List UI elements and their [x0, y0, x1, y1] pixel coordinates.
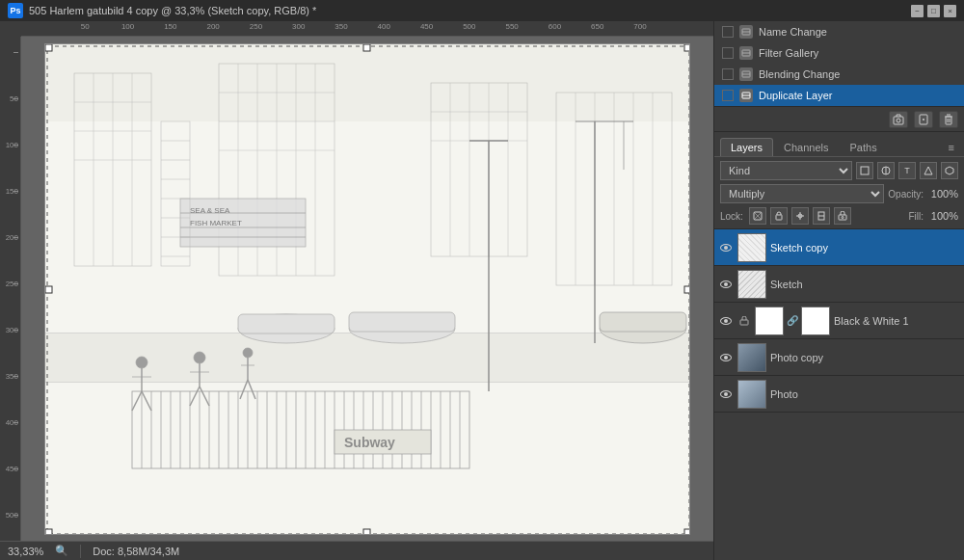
svg-rect-114	[684, 44, 690, 51]
layer-thumbnail-sketch-copy	[737, 233, 766, 262]
svg-marker-141	[924, 167, 932, 174]
layer-row[interactable]: Sketch	[714, 266, 964, 303]
layers-controls: Kind T	[714, 157, 964, 229]
history-item-blending-change[interactable]: Blending Change	[714, 64, 964, 85]
svg-rect-80	[238, 314, 335, 333]
canvas-image: Subway SEA & SEA FISH MARKET	[44, 43, 690, 535]
lock-transparent-button[interactable]	[749, 207, 766, 225]
history-item-filter-gallery[interactable]: Filter Gallery	[714, 42, 964, 64]
history-item-label: Blending Change	[759, 68, 840, 80]
layer-visibility-sketch[interactable]	[718, 277, 734, 292]
svg-text:FISH MARKET: FISH MARKET	[190, 219, 242, 227]
eye-icon	[720, 317, 732, 325]
svg-rect-1	[45, 44, 690, 121]
fill-label: Fill:	[908, 211, 924, 222]
svg-text:SEA & SEA: SEA & SEA	[190, 206, 230, 215]
tab-layers[interactable]: Layers	[720, 138, 773, 156]
kind-select[interactable]: Kind	[720, 161, 852, 180]
snapshot-button[interactable]	[889, 111, 908, 128]
opacity-label: Opacity:	[888, 189, 924, 200]
fill-value: 100%	[927, 210, 958, 222]
svg-rect-145	[776, 215, 782, 220]
kind-row: Kind T	[720, 161, 958, 180]
history-checkbox	[722, 47, 734, 59]
panel-actions	[714, 107, 964, 132]
layer-visibility-sketch-copy[interactable]	[718, 240, 734, 255]
svg-point-95	[243, 348, 253, 358]
shape-filter-button[interactable]	[920, 162, 937, 179]
close-button[interactable]: ×	[944, 5, 956, 17]
layer-mask-chain: 🔗	[788, 307, 797, 335]
tab-channels[interactable]: Channels	[773, 138, 839, 156]
svg-rect-112	[45, 44, 52, 51]
layer-thumbnail-inner	[738, 234, 765, 261]
opacity-value: 100%	[927, 188, 958, 200]
ruler-row: 5010015020025030035040045050055060065070…	[0, 21, 713, 37]
history-item-label: Duplicate Layer	[759, 90, 832, 101]
window-title: 505 Harlem gatubild 4 copy @ 33,3% (Sket…	[29, 5, 316, 16]
svg-rect-138	[861, 167, 869, 174]
blend-row: Multiply Opacity: 100%	[720, 184, 958, 203]
pixel-filter-button[interactable]	[856, 162, 873, 179]
svg-point-152	[842, 217, 844, 219]
svg-rect-118	[363, 529, 370, 535]
svg-rect-153	[740, 320, 748, 325]
layer-row[interactable]: Sketch copy	[714, 229, 964, 266]
svg-rect-113	[363, 44, 370, 51]
vertical-ruler: 50100150200250300350400450500	[0, 37, 21, 541]
layer-name-photo: Photo	[770, 388, 960, 400]
horizontal-ruler: 5010015020025030035040045050055060065070…	[21, 21, 713, 37]
lock-pixels-button[interactable]	[770, 207, 788, 225]
history-item-name-change[interactable]: Name Change	[714, 21, 964, 42]
history-item-icon	[739, 25, 753, 39]
adjustment-filter-button[interactable]	[877, 162, 895, 179]
lock-all-button[interactable]	[834, 207, 851, 225]
canvas-wrapper[interactable]: Subway SEA & SEA FISH MARKET	[21, 37, 713, 541]
history-item-icon	[739, 89, 753, 102]
layer-visibility-photo[interactable]	[718, 387, 734, 402]
svg-rect-119	[684, 529, 690, 535]
window-controls: − □ ×	[911, 5, 956, 17]
history-checkbox	[722, 26, 734, 38]
history-item-duplicate-layer[interactable]: Duplicate Layer	[714, 85, 964, 106]
svg-rect-115	[45, 286, 52, 293]
minimize-button[interactable]: −	[911, 5, 924, 17]
svg-rect-128	[894, 117, 903, 124]
lock-artboards-button[interactable]	[813, 207, 830, 225]
layer-thumbnail-inner	[756, 307, 783, 334]
layer-thumbnail-photo	[737, 380, 766, 409]
svg-point-129	[897, 119, 900, 122]
main-layout: 5010015020025030035040045050055060065070…	[0, 21, 964, 560]
blend-mode-select[interactable]: Multiply	[720, 184, 884, 203]
smartobject-filter-button[interactable]	[941, 162, 958, 179]
ps-logo: Ps	[8, 3, 23, 18]
svg-point-90	[194, 352, 205, 363]
status-divider	[80, 545, 81, 558]
titlebar-left: Ps 505 Harlem gatubild 4 copy @ 33,3% (S…	[8, 3, 316, 18]
layer-visibility-bw[interactable]	[718, 313, 734, 329]
layer-thumbnail-sketch	[737, 270, 766, 299]
maximize-button[interactable]: □	[927, 5, 940, 17]
right-panel: Name Change Filter Gallery Blending Chan…	[713, 21, 964, 560]
history-item-label: Filter Gallery	[759, 47, 818, 59]
layer-row[interactable]: Photo	[714, 376, 964, 413]
ruler-vertical-container: 50100150200250300350400450500	[0, 37, 713, 541]
tab-paths[interactable]: Paths	[840, 138, 888, 156]
new-state-button[interactable]	[914, 111, 933, 128]
layer-thumbnail-photo-copy	[737, 343, 766, 372]
layer-lock-icon	[737, 314, 751, 328]
lock-label: Lock:	[720, 211, 743, 222]
history-item-icon	[739, 67, 753, 81]
svg-rect-117	[45, 529, 52, 535]
layer-name-sketch-copy: Sketch copy	[770, 242, 960, 253]
layer-name-bw: Black & White 1	[834, 315, 960, 327]
layers-panel-menu-button[interactable]: ≡	[945, 139, 958, 156]
text-filter-button[interactable]: T	[898, 162, 916, 179]
layer-visibility-photo-copy[interactable]	[718, 350, 734, 365]
eye-icon	[720, 280, 732, 288]
layer-row[interactable]: 🔗Black & White 1	[714, 303, 964, 339]
lock-position-button[interactable]	[791, 207, 809, 225]
zoom-level: 33,33%	[8, 546, 43, 557]
layer-row[interactable]: Photo copy	[714, 339, 964, 376]
delete-state-button[interactable]	[939, 111, 958, 128]
